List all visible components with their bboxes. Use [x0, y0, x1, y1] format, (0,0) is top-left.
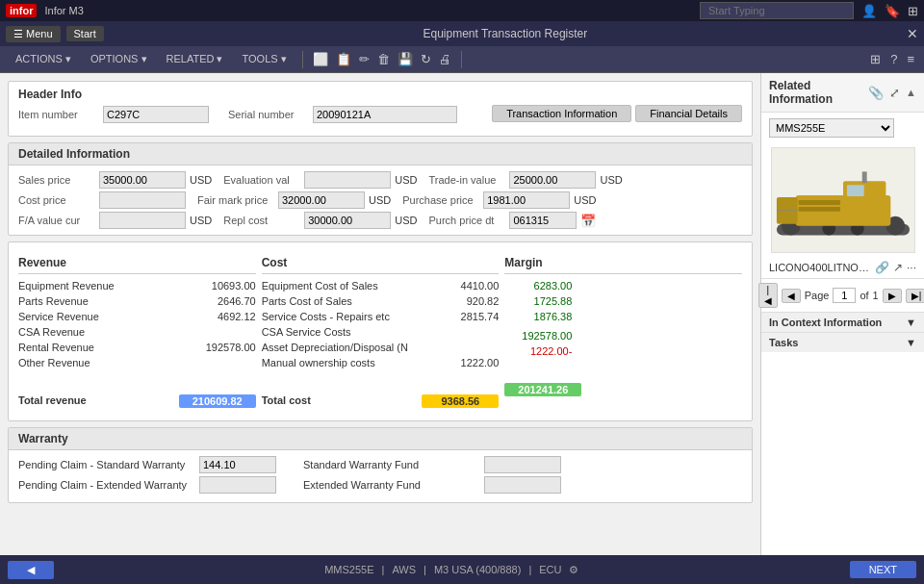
settings-icon[interactable]: ≡ [905, 50, 916, 68]
new-icon[interactable]: ⬜ [311, 50, 330, 68]
sales-price-label: Sales price [18, 174, 95, 186]
related-info-select[interactable]: MMS255E [769, 118, 894, 138]
serial-number-input[interactable] [313, 106, 457, 123]
margin-row-5: 1222.00- [504, 343, 742, 359]
rp-link-icon[interactable]: 🔗 [875, 261, 889, 274]
cost-row-1: Parts Cost of Sales 920.82 [262, 293, 500, 309]
serial-number-row: Serial number [228, 106, 457, 123]
refresh-icon[interactable]: ↻ [419, 50, 433, 68]
first-page-button[interactable]: |◀ [758, 283, 778, 308]
last-page-button[interactable]: ▶| [906, 289, 924, 303]
tasks-section[interactable]: Tasks ▼ [761, 332, 924, 352]
rp-item-row: LICONO400LITNOC2... 🔗 ↗ ··· [761, 257, 924, 278]
svg-rect-10 [861, 171, 866, 183]
close-button[interactable]: ✕ [907, 26, 918, 41]
expand-icon[interactable]: ⤢ [889, 86, 900, 100]
footer: ◀ MMS255E | AWS | M3 USA (400/888) | ECU… [0, 555, 924, 584]
sales-price-unit: USD [190, 174, 212, 186]
status-aws: AWS [392, 564, 416, 575]
warranty-section: Warranty Pending Claim - Standard Warran… [8, 427, 753, 503]
page-number-input[interactable] [833, 288, 856, 303]
margin-row-4: 192578.00 [504, 328, 742, 343]
calendar-icon[interactable]: 📅 [580, 214, 596, 228]
rp-dropdown-row: MMS255E [761, 113, 924, 143]
purchase-price-input[interactable] [483, 191, 570, 209]
start-label: Start [74, 28, 96, 39]
bookmark-icon[interactable]: 🔖 [885, 4, 900, 18]
prev-page-button[interactable]: ◀ [782, 289, 801, 303]
save-icon[interactable]: 💾 [396, 50, 415, 68]
delete-icon[interactable]: 🗑 [375, 50, 392, 68]
next-page-button[interactable]: ▶ [883, 289, 902, 303]
attach-icon[interactable]: 📎 [868, 86, 884, 100]
header-info-title: Header Info [18, 88, 742, 101]
revenue-cost-margin-section: Revenue Equipment Revenue 10693.00 Parts… [8, 241, 753, 421]
user-icon[interactable]: 👤 [861, 4, 877, 18]
revenue-row-5: Other Revenue [18, 355, 256, 370]
grid-icon[interactable]: ⊞ [908, 4, 918, 18]
detailed-info-title: Detailed Information [9, 143, 752, 165]
margin-total-row: 201241.26 [504, 380, 742, 399]
rp-item-label: LICONO400LITNOC2... [769, 262, 871, 273]
content-area: Header Info Item number Serial number Tr… [0, 73, 760, 555]
pending-extended-warranty-input[interactable] [199, 476, 276, 494]
options-button[interactable]: OPTIONS ▾ [83, 50, 155, 68]
copy-icon[interactable]: 📋 [334, 50, 353, 68]
cost-column: Cost Equipment Cost of Sales 4410.00 Par… [262, 252, 500, 411]
start-button[interactable]: Start [66, 26, 104, 41]
item-number-input[interactable] [103, 106, 209, 123]
help-icon[interactable]: ? [888, 50, 899, 68]
financial-details-tab[interactable]: Financial Details [635, 105, 742, 122]
pending-standard-warranty-input[interactable] [199, 456, 276, 473]
trade-in-value-input[interactable] [509, 171, 596, 189]
revenue-row-1: Parts Revenue 2646.70 [18, 293, 256, 309]
fa-value-cur-input[interactable] [99, 212, 186, 229]
status-item: MMS255E [324, 564, 373, 575]
fair-mark-price-input[interactable] [278, 191, 365, 209]
back-button[interactable]: ◀ [8, 561, 54, 579]
repl-cost-unit: USD [395, 215, 417, 226]
rp-more-icon[interactable]: ··· [907, 261, 916, 274]
collapse-panel-icon[interactable]: ▲ [906, 87, 916, 98]
cost-price-input[interactable] [99, 191, 186, 209]
next-button[interactable]: NEXT [850, 561, 916, 578]
page-label: Page [805, 290, 830, 301]
status-location: M3 USA (400/888) [434, 564, 522, 575]
window-icon[interactable]: ⊞ [868, 50, 883, 68]
cost-row-5: Manual ownership costs 1222.00 [262, 355, 500, 370]
fair-mark-price-unit: USD [369, 194, 391, 206]
margin-row-0: 6283.00 [504, 278, 742, 293]
tools-button[interactable]: TOOLS ▾ [235, 50, 295, 68]
footer-settings-icon[interactable]: ⚙ [569, 564, 578, 576]
rp-pagination: |◀ ◀ Page of 1 ▶ ▶| [761, 278, 924, 312]
actions-button[interactable]: ACTIONS ▾ [8, 50, 79, 68]
footer-status: MMS255E | AWS | M3 USA (400/888) | ECU ⚙ [324, 564, 578, 576]
margin-total-value: 201241.26 [504, 383, 581, 396]
item-number-label: Item number [18, 109, 95, 120]
print-icon[interactable]: 🖨 [437, 50, 453, 68]
app-logo: infor [6, 4, 37, 17]
cost-total-row: Total cost 9368.56 [262, 392, 500, 411]
standard-warranty-fund-input[interactable] [484, 456, 561, 473]
extended-warranty-fund-input[interactable] [484, 476, 561, 494]
sales-price-input[interactable] [99, 171, 186, 189]
search-input[interactable] [700, 2, 854, 19]
purch-price-dt-input[interactable] [509, 212, 577, 229]
in-context-chevron-icon: ▼ [906, 317, 916, 328]
main-layout: Header Info Item number Serial number Tr… [0, 73, 924, 555]
fa-value-cur-unit: USD [190, 215, 212, 226]
evaluation-val-input[interactable] [304, 171, 391, 189]
menu-button[interactable]: ☰ Menu [6, 26, 61, 42]
edit-icon[interactable]: ✏ [357, 50, 372, 68]
purchase-price-unit: USD [574, 194, 596, 206]
tools-label: TOOLS ▾ [243, 53, 287, 65]
revenue-total-value: 210609.82 [179, 394, 256, 408]
related-button[interactable]: RELATED ▾ [159, 50, 231, 68]
revenue-header: Revenue [18, 252, 256, 274]
in-context-section[interactable]: In Context Information ▼ [761, 312, 924, 332]
cost-total-label: Total cost [262, 394, 311, 408]
transaction-info-tab[interactable]: Transaction Information [492, 105, 631, 122]
repl-cost-input[interactable] [304, 212, 391, 229]
warranty-row-0: Pending Claim - Standard Warranty Standa… [18, 456, 742, 473]
rp-open-icon[interactable]: ↗ [893, 261, 903, 274]
